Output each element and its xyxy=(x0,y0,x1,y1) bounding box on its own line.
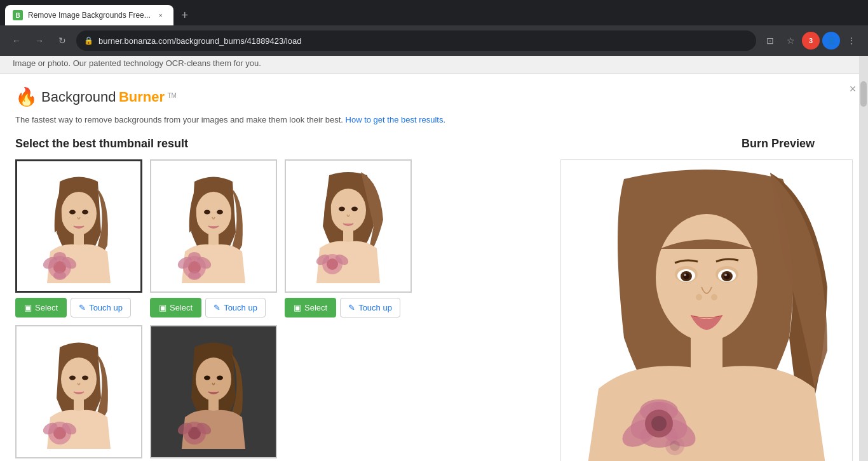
thumbnail-box-2[interactable] xyxy=(150,159,277,293)
touchup-button-3[interactable]: ✎ Touch up xyxy=(340,298,400,317)
svg-rect-3 xyxy=(74,232,84,245)
modal-close-button[interactable]: × xyxy=(845,81,860,97)
page-wrapper: Image or photo. Our patented technology … xyxy=(0,56,868,461)
svg-point-2 xyxy=(82,210,88,215)
svg-point-1 xyxy=(69,210,76,215)
address-bar[interactable]: 🔒 burner.bonanza.com/background_burns/41… xyxy=(76,30,756,51)
svg-point-38 xyxy=(217,376,223,380)
browser-chrome: B Remove Image Backgrounds Free... × + ←… xyxy=(0,0,868,56)
touchup-icon-2: ✎ xyxy=(214,303,220,312)
btn-row-3: ▣ Select ✎ Touch up xyxy=(285,298,412,317)
thumbnail-image-3 xyxy=(297,169,399,283)
banner-text: Image or photo. Our patented technology … xyxy=(13,58,261,68)
svg-point-29 xyxy=(69,376,76,380)
select-button-3[interactable]: ▣ Select xyxy=(285,298,336,317)
menu-button[interactable]: ⋮ xyxy=(843,32,860,50)
logo-tm: TM xyxy=(167,91,176,98)
logo-row: 🔥 Background Burner TM xyxy=(15,86,853,107)
svg-point-67 xyxy=(670,441,680,451)
svg-point-30 xyxy=(82,376,88,380)
thumbnail-image-5 xyxy=(163,335,264,449)
tab-favicon: B xyxy=(13,10,23,20)
preview-image xyxy=(586,160,827,461)
touchup-icon-3: ✎ xyxy=(348,303,355,312)
svg-rect-39 xyxy=(208,398,219,411)
back-button[interactable]: ← xyxy=(8,32,25,50)
refresh-button[interactable]: ↻ xyxy=(53,32,71,50)
logo-text: Background Burner TM xyxy=(41,89,177,105)
thumbnail-box-1[interactable] xyxy=(15,159,142,293)
tab-close-button[interactable]: × xyxy=(156,10,166,20)
svg-point-8 xyxy=(53,252,66,261)
logo-background: Background xyxy=(41,89,116,105)
thumbnail-grid-top: ▣ Select ✎ Touch up xyxy=(15,159,428,317)
new-tab-button[interactable]: + xyxy=(176,6,194,24)
select-icon-2: ▣ xyxy=(159,303,166,312)
svg-point-54 xyxy=(724,274,727,276)
forward-button[interactable]: → xyxy=(31,32,48,50)
left-panel: Select the best thumbnail result xyxy=(15,137,428,461)
touchup-icon-1: ✎ xyxy=(79,303,86,312)
flame-icon: 🔥 xyxy=(15,86,37,107)
preview-title: Burn Preview xyxy=(440,137,853,150)
cast-icon[interactable]: ⊡ xyxy=(761,32,779,50)
scrollbar-thumb[interactable] xyxy=(860,81,867,107)
svg-point-22 xyxy=(351,207,358,211)
tab-title: Remove Image Backgrounds Free... xyxy=(28,11,151,20)
modal-container: × 🔥 Background Burner TM The fastest way… xyxy=(0,74,868,461)
scrollbar[interactable] xyxy=(859,56,868,461)
btn-row-2: ▣ Select ✎ Touch up xyxy=(150,298,277,317)
thumbnail-image-1 xyxy=(28,169,130,283)
thumbnail-image-2 xyxy=(163,169,264,283)
select-button-2[interactable]: ▣ Select xyxy=(150,298,201,317)
svg-point-53 xyxy=(724,273,730,279)
svg-point-12 xyxy=(217,210,223,215)
btn-row-1: ▣ Select ✎ Touch up xyxy=(15,298,142,317)
thumbnail-item-3: ▣ Select ✎ Touch up xyxy=(285,159,412,317)
svg-point-65 xyxy=(651,416,667,431)
svg-point-49 xyxy=(684,274,686,276)
tagline-text: The fastest way to remove backgrounds fr… xyxy=(15,115,343,124)
select-icon-3: ▣ xyxy=(294,303,301,312)
thumbnail-item-4 xyxy=(15,325,142,458)
thumbnail-item-2: ▣ Select ✎ Touch up xyxy=(150,159,277,317)
notification-badge[interactable]: 3 xyxy=(802,32,820,50)
svg-point-55 xyxy=(696,294,702,300)
svg-point-56 xyxy=(711,294,717,300)
svg-point-11 xyxy=(204,210,210,215)
touchup-button-1[interactable]: ✎ Touch up xyxy=(71,298,131,317)
svg-point-37 xyxy=(204,376,210,380)
toolbar-icons: ⊡ ☆ 3 👤 ⋮ xyxy=(761,32,860,50)
svg-point-21 xyxy=(339,207,345,211)
address-bar-row: ← → ↻ 🔒 burner.bonanza.com/background_bu… xyxy=(0,25,868,56)
thumbnail-box-5[interactable] xyxy=(150,325,277,458)
profile-icon[interactable]: 👤 xyxy=(822,32,840,50)
svg-point-48 xyxy=(683,273,689,279)
logo-burner: Burner xyxy=(119,89,165,105)
thumbnail-item-5 xyxy=(150,325,277,458)
svg-rect-23 xyxy=(343,230,353,243)
svg-point-19 xyxy=(188,271,201,280)
svg-rect-13 xyxy=(208,232,219,245)
lock-icon: 🔒 xyxy=(84,36,93,45)
thumbnail-box-3[interactable] xyxy=(285,159,412,293)
preview-box xyxy=(560,159,853,461)
select-button-1[interactable]: ▣ Select xyxy=(15,298,67,317)
thumbnail-grid-bottom xyxy=(15,325,428,458)
url-text: burner.bonanza.com/background_burns/4188… xyxy=(98,36,301,46)
select-icon-1: ▣ xyxy=(24,303,32,312)
svg-point-18 xyxy=(188,252,201,261)
tagline: The fastest way to remove backgrounds fr… xyxy=(15,115,853,124)
tab-bar: B Remove Image Backgrounds Free... × + xyxy=(0,0,868,25)
bookmark-icon[interactable]: ☆ xyxy=(782,32,799,50)
touchup-button-2[interactable]: ✎ Touch up xyxy=(205,298,266,317)
right-panel: Burn Preview xyxy=(440,137,853,461)
thumbnail-image-4 xyxy=(28,335,130,449)
page-content: Image or photo. Our patented technology … xyxy=(0,56,868,461)
active-tab[interactable]: B Remove Image Backgrounds Free... × xyxy=(5,5,173,25)
main-layout: Select the best thumbnail result xyxy=(15,137,853,461)
thumbnail-item-1: ▣ Select ✎ Touch up xyxy=(15,159,142,317)
svg-point-9 xyxy=(53,271,66,280)
thumbnail-box-4[interactable] xyxy=(15,325,142,458)
tagline-link[interactable]: How to get the best results. xyxy=(346,115,446,124)
